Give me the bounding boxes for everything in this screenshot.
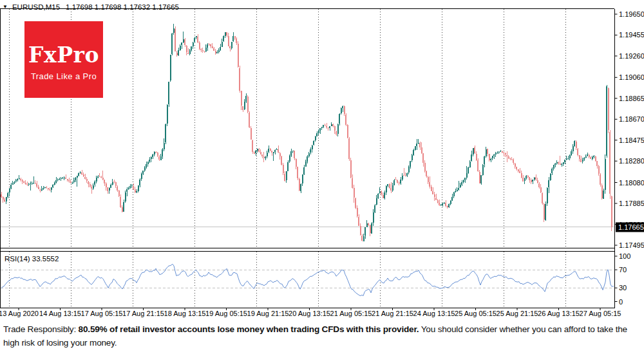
svg-text:1.18670: 1.18670	[619, 115, 644, 123]
ohlc-values: 1.17698 1.17698 1.17632 1.17665	[66, 3, 179, 11]
svg-text:19 Aug 05:15: 19 Aug 05:15	[205, 310, 247, 317]
risk-disclaimer: Trade Responsibly: 80.59% of retail inve…	[3, 322, 638, 349]
svg-text:1.17495: 1.17495	[619, 241, 644, 249]
svg-text:13 Aug 2020: 13 Aug 2020	[0, 310, 39, 317]
fxpro-logo: FxPro Trade Like a Pro	[24, 21, 103, 98]
svg-text:1.18865: 1.18865	[619, 95, 644, 102]
rsi-indicator-label: RSI(14) 33.5552	[5, 255, 59, 263]
svg-text:27 Aug 05:15: 27 Aug 05:15	[580, 310, 621, 317]
svg-text:1.19650: 1.19650	[619, 10, 644, 18]
fxpro-logo-brand-text: FxPro	[28, 44, 99, 66]
svg-text:25 Aug 05:15: 25 Aug 05:15	[455, 310, 497, 317]
time-axis-labels: 13 Aug 202014 Aug 13:1517 Aug 05:1517 Au…	[0, 308, 621, 318]
svg-text:1.17885: 1.17885	[619, 200, 644, 207]
svg-text:19 Aug 21:15: 19 Aug 21:15	[247, 310, 289, 317]
svg-text:30: 30	[619, 284, 627, 292]
svg-text:1.19060: 1.19060	[619, 73, 644, 81]
svg-text:1.19455: 1.19455	[619, 31, 644, 39]
svg-text:1.18475: 1.18475	[619, 136, 644, 144]
trading-chart-window: 1.196501.194551.192601.190601.188651.186…	[0, 0, 644, 354]
svg-text:0: 0	[619, 298, 623, 306]
current-price-tag: 1.17665	[616, 223, 644, 232]
chart-header: ▼ EURUSD,M15 1.17698 1.17698 1.17632 1.1…	[1, 3, 179, 12]
svg-text:1.18080: 1.18080	[619, 179, 644, 187]
svg-text:1.19260: 1.19260	[619, 52, 644, 60]
svg-text:24 Aug 13:15: 24 Aug 13:15	[413, 310, 455, 317]
svg-text:1.18280: 1.18280	[619, 157, 644, 165]
svg-text:18 Aug 13:15: 18 Aug 13:15	[164, 310, 206, 317]
svg-text:26 Aug 13:15: 26 Aug 13:15	[538, 310, 580, 317]
disclaimer-prefix: Trade Responsibly:	[3, 324, 79, 334]
symbol-timeframe-label: EURUSD,M15	[12, 3, 60, 11]
svg-text:100: 100	[619, 252, 630, 260]
symbol-dropdown-icon[interactable]: ▼	[3, 5, 8, 10]
svg-text:17 Aug 05:15: 17 Aug 05:15	[81, 310, 123, 317]
svg-text:17 Aug 21:15: 17 Aug 21:15	[122, 310, 164, 317]
disclaimer-bold-text: 80.59% of retail investor accounts lose …	[79, 324, 419, 334]
svg-text:14 Aug 13:15: 14 Aug 13:15	[39, 310, 81, 317]
svg-text:25 Aug 21:15: 25 Aug 21:15	[497, 310, 538, 317]
svg-text:21 Aug 05:15: 21 Aug 05:15	[330, 310, 372, 317]
fxpro-logo-tagline: Trade Like a Pro	[31, 71, 97, 81]
price-tag-value: 1.17665	[618, 223, 644, 231]
svg-text:21 Aug 21:15: 21 Aug 21:15	[372, 310, 413, 317]
svg-text:70: 70	[619, 266, 627, 274]
svg-text:20 Aug 13:15: 20 Aug 13:15	[289, 310, 330, 317]
